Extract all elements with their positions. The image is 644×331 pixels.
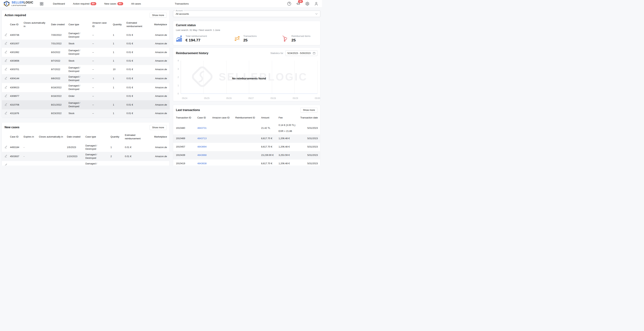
date-created-cell: 8/8/2022 bbox=[51, 74, 68, 83]
sellerlogic-logo[interactable]: SELLERLOGIC LOST&FOUND bbox=[3, 0, 33, 7]
transaction-date-cell: 5/31/2023 bbox=[300, 134, 320, 143]
account-select-label: Account bbox=[175, 10, 183, 12]
reimbursement-chart: 43210 SELLERLOGIC No reimbursements foun… bbox=[176, 60, 318, 99]
marketplace-cell: Amazon.de bbox=[148, 92, 170, 100]
quantity-cell: 1 bbox=[113, 48, 126, 57]
new-cases-row[interactable]: 4503937 - 1/10/2023 Damaged / Destroyed … bbox=[2, 152, 170, 161]
transaction-id-cell: 1910469 bbox=[173, 134, 197, 143]
account-select-value: All accounts bbox=[176, 12, 189, 15]
col-case-id: Case ID bbox=[10, 131, 24, 143]
new-cases-row[interactable]: 4493184 - 1/5/2023 Damaged / Destroyed 1… bbox=[2, 143, 170, 152]
edit-pencil-icon[interactable] bbox=[4, 68, 7, 70]
quantity-cell: 1 bbox=[113, 100, 126, 109]
action-required-row[interactable]: 4301007 7/31/2022 Stock -- 1 0.01 € Amaz… bbox=[2, 40, 170, 48]
amount-cell: 21.42 TL bbox=[261, 122, 278, 134]
transaction-row[interactable]: 1910457 4843694 8,617.70 € 1,206.48 € 5/… bbox=[173, 143, 320, 151]
action-required-row[interactable]: 4311876 8/23/2022 Stock -- 1 0.01 € Amaz… bbox=[2, 109, 170, 118]
quantity-cell bbox=[113, 92, 126, 100]
transaction-row[interactable]: 1910480 4843731 21.42 TL 0.14 € (3.00 TL… bbox=[173, 122, 320, 134]
profile-icon[interactable] bbox=[314, 2, 318, 6]
nav-item[interactable]: Transactions bbox=[175, 2, 189, 5]
estimated-reimbursement-cell: 0.01 € bbox=[125, 152, 145, 161]
quantity-cell: 2 bbox=[110, 152, 125, 161]
amount-cell: 8,617.70 € bbox=[261, 160, 278, 166]
estimated-reimbursement-cell: 0.01 € bbox=[126, 65, 148, 74]
fee-cell: 1,206.48 € bbox=[278, 134, 300, 143]
case-id-link[interactable]: 4843694 bbox=[197, 145, 206, 148]
col-transaction-date: Transaction date bbox=[300, 114, 320, 122]
help-icon[interactable] bbox=[287, 2, 291, 6]
transaction-id-cell: 1910419 bbox=[173, 160, 197, 166]
transaction-row[interactable]: 1910469 4843713 8,617.70 € 1,206.48 € 5/… bbox=[173, 134, 320, 143]
col-transaction-id: Transaction ID bbox=[173, 114, 197, 122]
transaction-row[interactable]: 1910439 4843668 23,239.90 € 3,253.59 € 5… bbox=[173, 151, 320, 160]
settings-gear-icon[interactable] bbox=[305, 2, 310, 6]
action-required-show-more-button[interactable]: Show more bbox=[150, 13, 167, 18]
edit-pencil-icon[interactable] bbox=[4, 145, 7, 148]
action-required-row[interactable]: 4300736 7/30/2022 Damaged / Destroyed --… bbox=[2, 31, 170, 40]
edit-pencil-icon[interactable] bbox=[4, 59, 7, 62]
sellerlogic-logo-icon bbox=[3, 0, 10, 7]
col-closes-automatically-in: Closes automatically in bbox=[39, 131, 67, 143]
nav-item-label: All cases bbox=[131, 2, 141, 5]
edit-pencil-icon[interactable] bbox=[4, 163, 7, 166]
action-required-row[interactable]: 4301992 8/3/2022 Damaged / Destroyed -- … bbox=[2, 48, 170, 57]
nav-item-label: Dashboard bbox=[53, 2, 65, 5]
stat-reimbursed-items: Reimbursed items 25 bbox=[282, 35, 318, 42]
closes-in-cell bbox=[39, 143, 67, 152]
case-id-link-cell: 4843713 bbox=[197, 134, 212, 143]
edit-pencil-icon[interactable] bbox=[4, 94, 7, 97]
edit-pencil-icon[interactable] bbox=[4, 154, 7, 158]
edit-pencil-icon[interactable] bbox=[4, 50, 7, 54]
nav-item[interactable]: Dashboard bbox=[53, 2, 65, 5]
edit-pencil-icon[interactable] bbox=[4, 33, 7, 36]
action-required-row[interactable]: 4303701 8/7/2022 Damaged / Destroyed -- … bbox=[2, 65, 170, 74]
case-id-link[interactable]: 4843638 bbox=[197, 162, 206, 165]
last-transactions-panel: Last transactions Show more Transaction … bbox=[173, 105, 320, 166]
closes-in-cell bbox=[24, 100, 51, 109]
hand-truck-icon bbox=[282, 35, 289, 42]
action-required-table: Case ID Closes automatically in Date cre… bbox=[2, 19, 170, 118]
action-required-row[interactable]: 4303656 8/7/2022 Stock -- 1 0.01 € Amazo… bbox=[2, 57, 170, 65]
account-select[interactable]: Account All accounts bbox=[173, 10, 320, 17]
transaction-row[interactable]: 1910419 4843638 8,617.70 € 1,206.48 € 5/… bbox=[173, 160, 320, 166]
table-header-row: Transaction ID Case ID Amazon case ID Re… bbox=[173, 114, 320, 122]
last-transactions-show-more-button[interactable]: Show more bbox=[300, 108, 318, 112]
new-cases-show-more-button[interactable]: Show more bbox=[150, 125, 167, 130]
col-date-created: Date created bbox=[67, 131, 86, 143]
x-tick-label: 05/30 bbox=[314, 97, 322, 100]
nav-item[interactable]: All cases bbox=[131, 2, 141, 5]
nav-item[interactable]: Action required 99+ bbox=[73, 2, 96, 5]
edit-pencil-icon[interactable] bbox=[4, 86, 7, 89]
date-created-cell: 8/7/2022 bbox=[51, 57, 68, 65]
nav-item-badge: 99+ bbox=[118, 2, 123, 5]
last-transactions-table: Transaction ID Case ID Amazon case ID Re… bbox=[173, 114, 320, 166]
case-id-link[interactable]: 4843731 bbox=[197, 126, 206, 129]
amazon-case-id-cell: -- bbox=[92, 65, 113, 74]
case-id-link[interactable]: 4843713 bbox=[197, 137, 206, 140]
action-required-row[interactable]: 4304144 8/8/2022 Damaged / Destroyed -- … bbox=[2, 74, 170, 83]
edit-pencil-icon[interactable] bbox=[4, 42, 7, 45]
nav-item[interactable]: New cases 99+ bbox=[104, 2, 123, 5]
new-cases-row[interactable]: Damaged / Destroyed bbox=[2, 161, 170, 166]
app-launcher-grid-icon[interactable] bbox=[40, 2, 44, 6]
closes-in-cell bbox=[24, 92, 51, 100]
marketplace-cell: Amazon.de bbox=[148, 65, 170, 74]
case-type-cell: Damaged / Destroyed bbox=[86, 152, 110, 161]
amazon-case-id-cell bbox=[212, 160, 235, 166]
action-required-row[interactable]: 4308977 8/18/2022 Order -- 0.01 € Amazon… bbox=[2, 92, 170, 100]
edit-pencil-icon[interactable] bbox=[4, 111, 7, 114]
action-required-row[interactable]: 4310706 8/21/2022 Damaged / Destroyed --… bbox=[2, 100, 170, 109]
reimbursement-id-cell bbox=[235, 151, 261, 160]
edit-pencil-icon[interactable] bbox=[4, 103, 7, 106]
nav-item-badge: 99+ bbox=[90, 2, 96, 5]
edit-pencil-icon[interactable] bbox=[4, 76, 7, 80]
date-range-picker[interactable]: 5/24/2023 - 5/30/2023 bbox=[286, 50, 318, 56]
action-required-row[interactable]: 4309023 8/18/2022 Damaged / Destroyed --… bbox=[2, 83, 170, 92]
transaction-id-cell: 1910457 bbox=[173, 143, 197, 151]
search-info: Last search: 31 May / Next search: 1 Jun… bbox=[173, 27, 320, 32]
reimbursement-history-title: Reimbursement history bbox=[176, 52, 208, 55]
case-id-link[interactable]: 4843668 bbox=[197, 154, 206, 156]
estimated-reimbursement-cell: 0.01 € bbox=[126, 109, 148, 118]
announcements-icon[interactable]: 15 bbox=[296, 2, 300, 6]
